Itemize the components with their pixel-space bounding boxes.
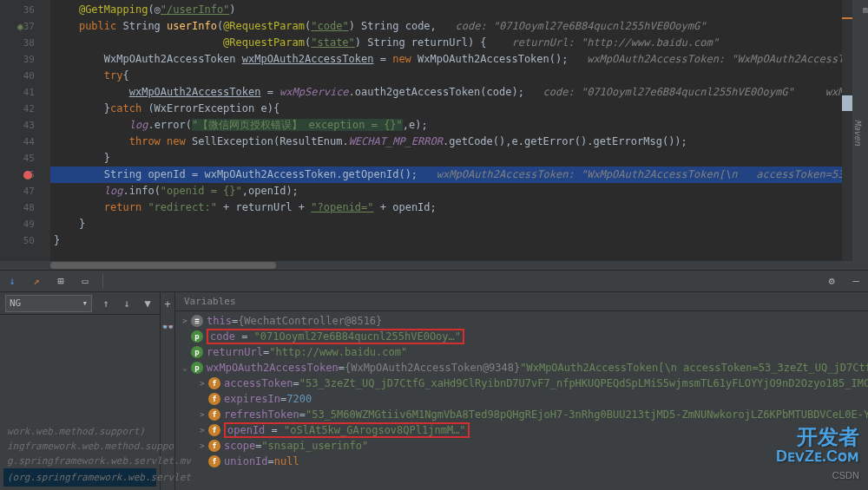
down-icon[interactable]: ↓	[120, 297, 134, 310]
variable-row[interactable]: >fscope = "snsapi_userinfo"	[179, 438, 868, 454]
p-badge-icon: p	[191, 330, 203, 343]
gutter-line: 38	[0, 35, 50, 51]
glasses-icon[interactable]: 👓	[161, 320, 174, 334]
gutter: 36 ◉37 38 39 40 41 42 43 44 45 46 47 48 …	[0, 0, 50, 261]
variable-row[interactable]: >frefreshToken = "53_5M60WZMGtiiv6M1NgmV…	[179, 407, 868, 422]
filter-icon[interactable]: ▼	[141, 297, 155, 310]
code-content[interactable]: @GetMapping(◎"/userInfo") public String …	[50, 0, 868, 261]
inline-hint: code: "071Ooyml27e6B84qucnl255hVE0OoymG"	[543, 86, 794, 98]
p-badge-icon: p	[191, 362, 203, 374]
variables-panel: Variables >≡this = {WechatController@851…	[175, 292, 868, 490]
p-badge-icon: p	[191, 346, 203, 358]
gutter-line: 50	[0, 232, 50, 249]
inline-hint: code: "071Ooyml27e6B84qucnl255hVE0OoymG"	[456, 20, 707, 32]
gutter-line: 49	[0, 216, 50, 232]
variable-row[interactable]: >≡this = {WechatController@8516}	[179, 313, 868, 329]
add-icon[interactable]: +	[161, 297, 174, 311]
frames-panel: NG▾ ↑ ↓ ▼ work.web.method.support) ingfr…	[0, 292, 161, 490]
debug-toolbar: ↓ ↗ ⊞ ▭ ⚙ —	[0, 270, 868, 292]
restore-icon[interactable]: ▭	[78, 274, 92, 288]
variable-row[interactable]: >fopenId = "oSlAt5kw_GArogsov8QPl1jnmM…"	[179, 422, 868, 438]
layout-icon[interactable]: ⊞	[54, 274, 68, 288]
f-badge-icon: f	[208, 408, 220, 421]
variable-row[interactable]: funionId = null	[179, 454, 868, 469]
gutter-line: ◉37	[0, 18, 50, 35]
variables-toolbar: + 👓	[161, 292, 175, 490]
gutter-line: 39	[0, 51, 50, 68]
gear-icon[interactable]: ⚙	[825, 274, 838, 288]
variable-row[interactable]: preturnUrl = "http://www.baidu.com"	[179, 344, 868, 360]
current-execution-line: String openId = wxMpOAuth2AccessToken.ge…	[50, 167, 868, 183]
f-badge-icon: f	[208, 440, 220, 452]
step-icon[interactable]: ↗	[30, 274, 43, 288]
step-icon[interactable]: ↓	[5, 274, 19, 288]
f-badge-icon: f	[208, 455, 220, 467]
thread-selector[interactable]: NG▾	[5, 295, 92, 312]
gutter-line: 47	[0, 183, 50, 199]
variables-header: Variables	[175, 292, 868, 311]
variable-row[interactable]: ⌄pwxMpOAuth2AccessToken = {WxMpOAuth2Acc…	[179, 360, 868, 376]
eq-badge-icon: ≡	[191, 315, 203, 327]
up-icon[interactable]: ↑	[99, 297, 113, 310]
f-badge-icon: f	[208, 393, 220, 405]
code-editor[interactable]: 36 ◉37 38 39 40 41 42 43 44 45 46 47 48 …	[0, 0, 868, 261]
gutter-line: 42	[0, 101, 50, 117]
minimize-icon[interactable]: —	[849, 274, 863, 288]
web-icon[interactable]: ◉	[17, 21, 23, 32]
scrollbar-thumb[interactable]	[50, 262, 276, 269]
gutter-line: 40	[0, 68, 50, 84]
gutter-line: 43	[0, 117, 50, 134]
variable-row[interactable]: fexpiresIn = 7200	[179, 391, 868, 407]
inline-hint: wxMpOAuth2AccessToken: "WxMpOAuth2Access…	[587, 53, 868, 65]
chevron-down-icon: ▾	[82, 297, 88, 309]
inline-hint: returnUrl: "http://www.baidu.com"	[511, 36, 718, 49]
stack-frames[interactable]: work.web.method.support) ingframework.we…	[0, 315, 160, 490]
inline-hint: wxMpOAuth2AccessToken: "WxMpOAuth2Access…	[437, 168, 868, 180]
error-stripe[interactable]	[842, 0, 852, 261]
watermark: 开发者 DᴇᴠZᴇ.Cᴏᴍ CSDN	[776, 428, 859, 485]
gutter-line: 44	[0, 134, 50, 150]
gutter-line: 46	[0, 167, 50, 183]
breakpoint-icon[interactable]	[23, 171, 32, 180]
gutter-line: 36	[0, 2, 50, 18]
variable-row[interactable]: pcode = "071Ooyml27e6B84qucnl255hVE0Ooy……	[179, 329, 868, 344]
horizontal-scrollbar[interactable]	[0, 261, 868, 270]
gutter-line: 48	[0, 199, 50, 216]
gutter-line: 45	[0, 150, 50, 167]
f-badge-icon: f	[208, 377, 220, 389]
variables-tree[interactable]: >≡this = {WechatController@8516}pcode = …	[175, 311, 868, 490]
debug-panel: NG▾ ↑ ↓ ▼ work.web.method.support) ingfr…	[0, 292, 868, 490]
gutter-line: 41	[0, 84, 50, 101]
variable-row[interactable]: >faccessToken = "53_3zeZt_UQ_jD7CtfG_xaH…	[179, 376, 868, 391]
f-badge-icon: f	[208, 424, 220, 436]
maven-tab[interactable]: Maven	[852, 0, 868, 261]
